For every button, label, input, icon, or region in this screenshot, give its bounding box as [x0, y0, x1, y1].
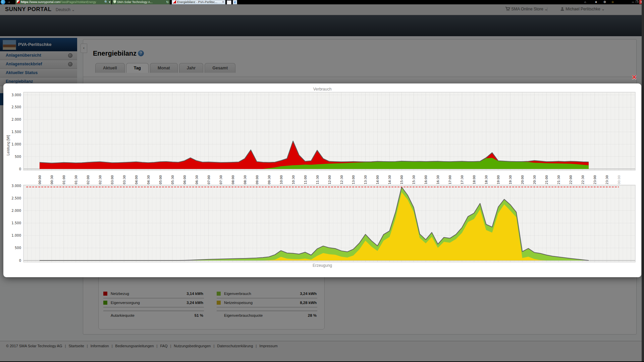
window-right-edge — [642, 0, 644, 362]
svg-text:01:30: 01:30 — [74, 175, 78, 184]
svg-text:07:30: 07:30 — [219, 175, 223, 184]
svg-text:14:00: 14:00 — [376, 175, 379, 184]
svg-text:1.000: 1.000 — [11, 234, 21, 237]
svg-text:06:00: 06:00 — [183, 175, 186, 184]
svg-text:23:00: 23:00 — [593, 175, 597, 184]
svg-text:13:00: 13:00 — [352, 175, 355, 184]
home-icon[interactable]: ⌂ — [584, 0, 586, 4]
svg-text:03:30: 03:30 — [122, 175, 126, 184]
back-icon[interactable]: ← — [1, 0, 5, 4]
svg-text:10:00: 10:00 — [279, 175, 283, 184]
url-host: ://www.sunnyportal.com — [28, 0, 60, 4]
svg-text:20:00: 20:00 — [521, 175, 524, 184]
refresh-icon[interactable]: ↻ — [166, 0, 169, 4]
svg-text:3.000: 3.000 — [11, 184, 21, 188]
svg-text:21:00: 21:00 — [545, 175, 548, 184]
svg-text:0: 0 — [19, 167, 21, 171]
settings-icon[interactable]: ⚙ — [603, 0, 606, 4]
browser-tab[interactable]: Energiebilanz - PVA-Perlitsc... ✕ — [172, 0, 225, 4]
svg-text:12:30: 12:30 — [340, 175, 343, 184]
minimize-icon[interactable]: ─ — [632, 0, 634, 4]
forward-icon[interactable]: ➜ — [7, 0, 10, 4]
feedback-icon[interactable]: ☺ — [611, 0, 614, 4]
svg-text:09:30: 09:30 — [267, 175, 271, 184]
svg-text:00:00: 00:00 — [38, 175, 42, 184]
browser-chrome: ← ➜ https://www.sunnyportal.comFixedPage… — [0, 0, 644, 4]
sma-favicon — [17, 0, 20, 3]
svg-text:14:30: 14:30 — [388, 175, 391, 184]
svg-text:500: 500 — [15, 246, 21, 250]
url-path: FixedPages/HoManEnergy — [60, 0, 96, 4]
svg-text:18:30: 18:30 — [484, 175, 488, 184]
url-scheme: https — [21, 0, 28, 4]
chart-modal: Verbrauch Erzeugung Leistung [W] 3.0002.… — [3, 83, 641, 277]
chart-1: 3.0002.5002.0001.5001.0005000 — [11, 184, 635, 262]
svg-text:10:30: 10:30 — [291, 175, 295, 184]
svg-text:2.500: 2.500 — [11, 196, 21, 200]
svg-text:16:30: 16:30 — [436, 175, 440, 184]
svg-text:11:00: 11:00 — [304, 175, 307, 184]
ie-icon[interactable]: e — [233, 0, 237, 4]
svg-text:09:00: 09:00 — [255, 175, 259, 184]
svg-text:1.500: 1.500 — [11, 130, 21, 134]
chart-0: 3.0002.5002.0001.5001.000500000:0000:300… — [11, 92, 635, 184]
svg-text:15:00: 15:00 — [400, 175, 404, 184]
svg-text:08:00: 08:00 — [231, 175, 235, 184]
svg-text:15:30: 15:30 — [412, 175, 416, 184]
svg-text:1.000: 1.000 — [11, 142, 21, 146]
favorites-icon[interactable]: ★ — [595, 0, 597, 4]
shield-icon — [113, 0, 116, 3]
svg-text:00:00: 00:00 — [617, 175, 621, 184]
svg-text:20:30: 20:30 — [533, 175, 536, 184]
svg-text:2.000: 2.000 — [11, 209, 21, 213]
svg-text:07:00: 07:00 — [207, 175, 211, 184]
consumption-chart-title: Verbrauch — [3, 87, 641, 92]
tab-close-icon[interactable]: ✕ — [222, 0, 224, 4]
svg-text:1.500: 1.500 — [11, 221, 21, 225]
svg-text:02:00: 02:00 — [86, 175, 90, 184]
svg-text:06:30: 06:30 — [195, 175, 199, 184]
svg-text:17:30: 17:30 — [460, 175, 464, 184]
tab-title: Energiebilanz - PVA-Perlitsc... — [177, 0, 217, 4]
svg-text:21:30: 21:30 — [557, 175, 560, 184]
svg-text:3.000: 3.000 — [11, 93, 21, 97]
svg-text:04:00: 04:00 — [135, 175, 138, 184]
svg-text:22:00: 22:00 — [569, 175, 573, 184]
modal-close-icon[interactable]: ✕ — [632, 74, 637, 80]
svg-text:23:30: 23:30 — [605, 175, 609, 184]
svg-text:05:30: 05:30 — [171, 175, 174, 184]
svg-text:12:00: 12:00 — [328, 175, 331, 184]
search-icon[interactable]: 🔍 — [104, 0, 108, 4]
svg-text:11:30: 11:30 — [316, 175, 319, 184]
svg-text:00:30: 00:30 — [50, 175, 54, 184]
svg-text:16:00: 16:00 — [424, 175, 428, 184]
svg-text:500: 500 — [15, 155, 21, 159]
svg-text:17:00: 17:00 — [448, 175, 452, 184]
svg-text:0: 0 — [19, 259, 21, 262]
svg-text:18:00: 18:00 — [472, 175, 476, 184]
svg-text:2.000: 2.000 — [11, 118, 21, 121]
screen: ← ➜ https://www.sunnyportal.comFixedPage… — [0, 0, 644, 362]
caret-down-icon[interactable]: ▾ — [109, 0, 110, 4]
maximize-icon[interactable]: ❐ — [636, 0, 638, 4]
tab-favicon — [173, 0, 176, 3]
svg-text:22:30: 22:30 — [581, 175, 585, 184]
svg-text:19:00: 19:00 — [496, 175, 500, 184]
svg-text:05:00: 05:00 — [159, 175, 162, 184]
energy-charts: 3.0002.5002.0001.5001.000500000:0000:300… — [3, 83, 641, 277]
url-bar[interactable]: https://www.sunnyportal.comFixedPages/Ho… — [15, 0, 111, 4]
svg-text:02:30: 02:30 — [98, 175, 102, 184]
svg-text:01:00: 01:00 — [62, 175, 66, 184]
svg-text:08:30: 08:30 — [243, 175, 247, 184]
zone-label: SMA Solar Technology A... — [117, 0, 153, 4]
generation-chart-title: Erzeugung — [3, 263, 641, 268]
svg-text:03:00: 03:00 — [110, 175, 114, 184]
svg-text:2.500: 2.500 — [11, 105, 21, 109]
security-zone[interactable]: SMA Solar Technology A... ↻ — [112, 0, 170, 4]
y-axis-label: Leistung [W] — [6, 135, 10, 156]
svg-text:04:30: 04:30 — [147, 175, 150, 184]
svg-text:13:30: 13:30 — [364, 175, 367, 184]
svg-text:19:30: 19:30 — [508, 175, 512, 184]
